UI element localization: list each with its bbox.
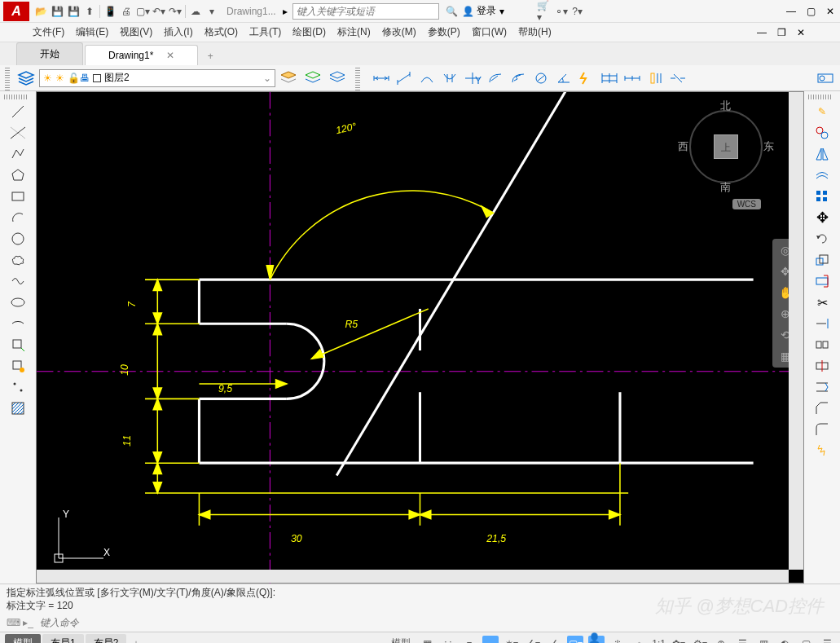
hatch-tool[interactable] [7, 399, 29, 417]
copy-tool[interactable] [811, 124, 833, 142]
horizontal-scrollbar[interactable] [37, 570, 789, 583]
mobile-icon[interactable]: 📱 [102, 3, 118, 20]
export-icon[interactable]: ⬆ [81, 3, 98, 20]
revcloud-tool[interactable] [7, 251, 29, 269]
menu-param[interactable]: 参数(P) [428, 25, 460, 39]
add-tab-button[interactable]: + [200, 47, 222, 65]
dim-coord-icon[interactable]: Y [463, 68, 482, 88]
array-tool[interactable] [811, 187, 833, 205]
polyline-tool[interactable] [7, 145, 29, 163]
menu-tools[interactable]: 工具(T) [249, 25, 281, 39]
status-tab-layout2[interactable]: 布局2 [86, 634, 127, 643]
scale-label[interactable]: 1:1 [652, 636, 666, 644]
dim-jogged-icon[interactable] [508, 68, 528, 88]
status-tab-layout1[interactable]: 布局1 [42, 634, 84, 643]
dim-tolerance-icon[interactable] [816, 68, 835, 88]
scale-tool[interactable] [811, 251, 833, 269]
doc-minimize-button[interactable]: — [755, 26, 768, 39]
menu-view[interactable]: 视图(V) [120, 25, 152, 39]
workspace-icon[interactable]: ⚙▾ [692, 636, 708, 644]
dim-radius-icon[interactable] [486, 68, 505, 88]
dim-arc-icon[interactable] [417, 68, 437, 88]
viewcube-top[interactable]: 上 [714, 134, 738, 159]
qprop-icon[interactable]: ▥ [755, 636, 772, 644]
layer-states-icon[interactable] [277, 68, 300, 89]
trim-tool[interactable]: ✂ [811, 293, 833, 311]
save-icon[interactable]: 💾 [49, 3, 65, 20]
login-link[interactable]: 登录 [477, 4, 496, 18]
hardware-icon[interactable]: ◐ [776, 636, 793, 644]
tab-drawing1[interactable]: Drawing1* ✕ [85, 45, 198, 65]
units-icon[interactable]: ☰ [734, 636, 750, 644]
dim-angular-icon[interactable] [554, 68, 574, 88]
print-icon[interactable]: 🖨 [118, 3, 134, 20]
help-icon[interactable]: ?▾ [570, 3, 586, 20]
grid-toggle-icon[interactable]: ▦ [419, 636, 435, 644]
offset-tool[interactable] [811, 166, 833, 184]
dim-aligned-icon[interactable] [394, 68, 414, 88]
osnap-toggle-icon[interactable]: ▢▾ [567, 636, 583, 644]
chamfer-tool[interactable] [811, 399, 833, 417]
wcs-badge[interactable]: WCS [732, 199, 761, 209]
drawing-canvas[interactable]: 120° R5 7 10 11 9,5 30 21,5 YX 上 北 南 东 西… [36, 91, 804, 584]
toolbar-grip-right[interactable] [808, 95, 833, 99]
move-tool[interactable]: ✥ [811, 209, 833, 227]
dim-continue-icon[interactable] [622, 68, 642, 88]
menu-file[interactable]: 文件(F) [33, 25, 64, 39]
stretch-tool[interactable] [811, 272, 833, 290]
status-tab-model[interactable]: 模型 [5, 634, 41, 643]
join-tool[interactable] [811, 378, 833, 396]
pencil-tool[interactable]: ✎ [811, 103, 833, 121]
compass-east[interactable]: 东 [763, 139, 774, 154]
redo-icon[interactable]: ↷▾ [167, 3, 183, 20]
menu-insert[interactable]: 插入(I) [164, 25, 192, 39]
cleanscreen-icon[interactable]: ▢ [798, 636, 814, 644]
arc-tool[interactable] [7, 209, 29, 227]
status-model-badge[interactable]: 模型 [388, 636, 414, 644]
cart-icon[interactable]: 🛒▾ [537, 3, 553, 20]
dim-linear-icon[interactable] [372, 68, 391, 88]
vertical-scrollbar[interactable] [789, 92, 803, 570]
app-logo[interactable]: A [3, 2, 29, 21]
add-layout-button[interactable]: + [133, 638, 139, 644]
circle-tool[interactable] [7, 230, 29, 248]
share-icon[interactable]: ⚬▾ [553, 3, 570, 20]
xline-tool[interactable] [7, 124, 29, 142]
rotate-tool[interactable] [811, 230, 833, 248]
break2-tool[interactable] [811, 357, 833, 375]
undo-icon[interactable]: ↶▾ [151, 3, 167, 20]
break-tool[interactable] [811, 336, 833, 354]
menu-window[interactable]: 窗口(W) [472, 25, 507, 39]
layer-iso-icon[interactable] [301, 68, 324, 89]
extend-tool[interactable] [811, 315, 833, 333]
new-icon[interactable]: ▢▾ [134, 3, 151, 20]
menu-draw[interactable]: 绘图(D) [292, 25, 326, 39]
toolbar-grip-left[interactable] [4, 95, 29, 99]
infer-toggle-icon[interactable]: ▾ [461, 636, 477, 644]
tab-close-icon[interactable]: ✕ [166, 50, 174, 61]
toolbar-grip-2[interactable] [355, 66, 360, 90]
close-button[interactable]: ✕ [824, 5, 837, 18]
lwt-toggle-icon[interactable]: 👤▾ [588, 636, 605, 644]
otrack-toggle-icon[interactable]: ∠ [546, 636, 562, 644]
maximize-button[interactable]: ▢ [804, 5, 817, 18]
mirror-tool[interactable] [811, 145, 833, 163]
point-tool[interactable] [7, 378, 29, 396]
compass-north[interactable]: 北 [720, 99, 731, 113]
user-icon[interactable]: 👤 [460, 3, 477, 20]
transparency-icon[interactable]: ⁜ [609, 636, 626, 644]
binoculars-icon[interactable]: 🔍 [444, 3, 460, 20]
fillet-tool[interactable] [811, 421, 833, 438]
snap-toggle-icon[interactable]: ⸬ [440, 636, 456, 644]
cycling-icon[interactable]: ⟐ [631, 636, 647, 644]
tab-start[interactable]: 开始 [16, 42, 83, 65]
cloud-icon[interactable]: ☁ [187, 3, 204, 20]
ortho-toggle-icon[interactable]: ⌐ [482, 636, 499, 644]
dim-baseline-icon[interactable] [600, 68, 619, 88]
rectangle-tool[interactable] [7, 187, 29, 205]
dim-ordinate-icon[interactable] [440, 68, 460, 88]
ellipse-tool[interactable] [7, 293, 29, 311]
polygon-tool[interactable] [7, 166, 29, 184]
doc-restore-button[interactable]: ❐ [775, 26, 788, 39]
layer-properties-icon[interactable] [15, 68, 37, 89]
